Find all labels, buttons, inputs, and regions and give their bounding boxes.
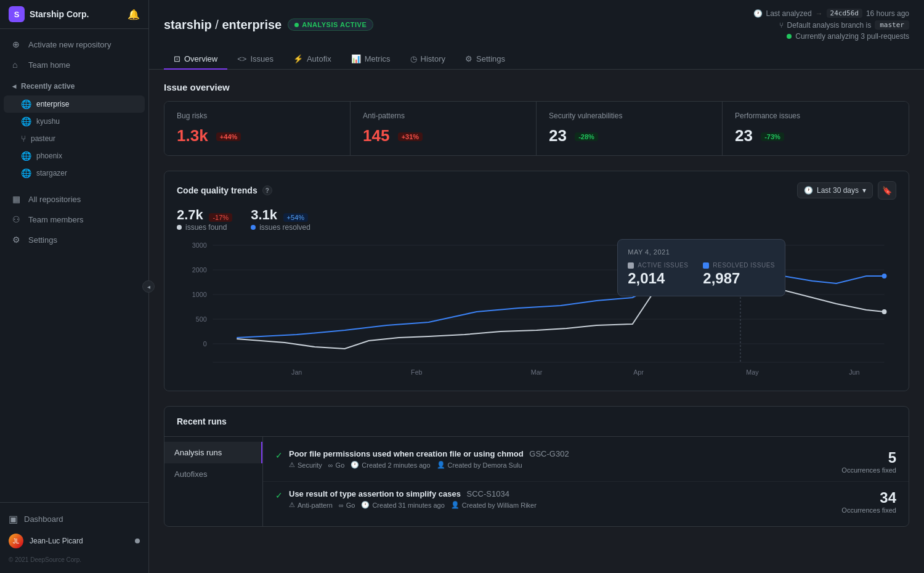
repo-title-row: starship / enterprise ANALYSIS ACTIVE 🕐 …	[164, 9, 909, 41]
trend-chart: 3000 2000 1000 500 0 Jan Feb Mar Apr May…	[177, 239, 896, 381]
tab-label: Autofix	[307, 54, 331, 63]
tab-autofix[interactable]: ⚡ Autofix	[283, 49, 341, 70]
run-item: ✓ Poor file permissions used when creati…	[263, 442, 909, 482]
sidebar-item-label: Team home	[28, 60, 70, 70]
sidebar-item-settings[interactable]: ⚙ Settings	[4, 230, 145, 250]
active-issues-label: ACTIVE ISSUES	[638, 262, 688, 269]
org-logo[interactable]: S Starship Corp.	[9, 6, 89, 22]
repo-tabs: ⊡ Overview <> Issues ⚡ Autofix 📊 Metrics…	[164, 49, 909, 69]
tab-label: Overview	[184, 54, 217, 63]
trends-title-group: Code quality trends ?	[177, 185, 272, 195]
resolved-issues-value: 2,987	[703, 270, 775, 287]
run-info: Poor file permissions used when creation…	[289, 449, 569, 469]
chevron-down-icon: ▾	[862, 186, 866, 195]
help-icon[interactable]: ?	[262, 185, 272, 195]
sidebar-collapse-button[interactable]: ◂	[142, 280, 155, 293]
check-icon: ✓	[275, 450, 283, 460]
warning-icon: ⚠	[289, 461, 295, 469]
run-author: 👤 Created by William Riker	[451, 501, 537, 509]
issue-overview-title: Issue overview	[164, 70, 909, 101]
last-analyzed-label: Last analyzed	[766, 9, 812, 18]
last-analyzed-row: 🕐 Last analyzed → 24cd56d 16 hours ago	[753, 9, 909, 18]
sidebar-repo-pasteur[interactable]: ⑂ pasteur	[4, 130, 145, 147]
sidebar-nav: ⊕ Activate new repository ⌂ Team home ◂ …	[0, 29, 148, 502]
person-icon: 👤	[451, 501, 460, 509]
run-title: Use result of type assertion to simplify…	[289, 489, 537, 498]
globe-icon: 🌐	[21, 151, 31, 161]
recently-active-label[interactable]: ◂ Recently active	[4, 77, 145, 96]
time-range-select[interactable]: 🕐 Last 30 days ▾	[797, 182, 873, 198]
stat-legend: issues found	[177, 223, 232, 232]
sidebar-repo-stargazer[interactable]: 🌐 stargazer	[4, 165, 145, 182]
sidebar-repo-phoenix[interactable]: 🌐 phoenix	[4, 147, 145, 165]
issues-found-stat: 2.7k -17% issues found	[177, 207, 232, 232]
commit-hash: 24cd56d	[827, 9, 862, 18]
count-value: 5	[841, 449, 896, 466]
main-content: starship / enterprise ANALYSIS ACTIVE 🕐 …	[149, 0, 924, 573]
run-language: ∞ Go	[339, 502, 355, 509]
user-profile-item[interactable]: JL Jean-Luc Picard	[0, 529, 148, 553]
dashboard-item[interactable]: ▣ Dashboard	[0, 509, 148, 529]
run-type-autofixes[interactable]: Autofixes	[164, 463, 262, 485]
settings-icon: ⚙	[12, 235, 22, 245]
stat-value: 2.7k	[177, 207, 203, 222]
run-meta: ⚠ Anti-pattern ∞ Go 🕐 C	[289, 501, 537, 509]
tab-metrics[interactable]: 📊 Metrics	[341, 49, 400, 70]
sidebar-repo-kyushu[interactable]: 🌐 kyushu	[4, 113, 145, 130]
activate-icon: ⊕	[12, 39, 22, 49]
clock-icon: 🕐	[753, 9, 763, 18]
sidebar-item-all-repos[interactable]: ▦ All repositories	[4, 189, 145, 209]
run-author: 👤 Created by Demora Sulu	[437, 461, 522, 469]
sidebar-item-team-home[interactable]: ⌂ Team home	[4, 55, 145, 75]
run-type-analysis[interactable]: Analysis runs	[164, 442, 262, 463]
analyzing-label: Currently analyzing 3 pull-requests	[795, 32, 909, 41]
bookmark-button[interactable]: 🔖	[878, 181, 896, 200]
stat-badge: -17%	[209, 213, 232, 222]
run-category: ⚠ Security	[289, 461, 322, 469]
tab-issues[interactable]: <> Issues	[227, 49, 283, 70]
svg-point-20	[882, 274, 887, 278]
dashboard-icon: ▣	[9, 513, 18, 525]
branch-name[interactable]: master	[875, 20, 909, 30]
branch-icon: ⑂	[779, 21, 784, 30]
run-id: GSC-G302	[529, 449, 569, 458]
run-id: SCC-S1034	[467, 489, 509, 498]
sidebar-item-team-members[interactable]: ⚇ Team members	[4, 209, 145, 229]
sidebar: S Starship Corp. 🔔 ⊕ Activate new reposi…	[0, 0, 149, 573]
trends-stats: 2.7k -17% issues found 3.1k +54%	[177, 207, 896, 232]
globe-icon: 🌐	[21, 116, 31, 126]
runs-type-sidebar: Analysis runs Autofixes	[164, 437, 263, 526]
legend-label: issues found	[185, 223, 227, 232]
tab-label: History	[421, 54, 445, 63]
repo-name: stargazer	[36, 169, 67, 177]
time-range-label: Last 30 days	[817, 186, 859, 195]
issue-card-security: Security vulnerabilities 23 -28%	[537, 102, 723, 155]
sidebar-item-label: Team members	[28, 215, 84, 224]
tab-settings[interactable]: ⚙ Settings	[455, 49, 515, 70]
sidebar-item-activate[interactable]: ⊕ Activate new repository	[4, 35, 145, 54]
check-icon: ✓	[275, 490, 283, 500]
sidebar-item-label: Settings	[28, 235, 57, 245]
fork-icon: ⑂	[21, 134, 26, 144]
repo-name: kyushu	[36, 117, 60, 126]
autofix-icon: ⚡	[293, 54, 303, 63]
header-meta: 🕐 Last analyzed → 24cd56d 16 hours ago ⑂…	[753, 9, 909, 41]
count-label: Occurrences fixed	[841, 466, 896, 474]
card-value: 23 -28%	[549, 126, 710, 145]
runs-list: ✓ Poor file permissions used when creati…	[263, 437, 909, 526]
team-home-icon: ⌂	[12, 60, 22, 70]
tab-history[interactable]: ◷ History	[400, 49, 455, 70]
analysis-status-dot	[294, 23, 299, 27]
sidebar-header: S Starship Corp. 🔔	[0, 0, 148, 29]
user-avatar: JL	[9, 534, 23, 548]
tab-overview[interactable]: ⊡ Overview	[164, 49, 227, 70]
notification-icon[interactable]: 🔔	[128, 9, 140, 20]
user-name: Jean-Luc Picard	[30, 537, 83, 545]
run-title: Poor file permissions used when creation…	[289, 449, 569, 458]
resolved-issues-color	[703, 262, 709, 269]
trends-header: Code quality trends ? 🕐 Last 30 days ▾ 🔖	[177, 181, 896, 200]
svg-text:Jan: Jan	[291, 368, 302, 376]
sidebar-repo-enterprise[interactable]: 🌐 enterprise	[4, 96, 145, 113]
recent-runs-section: Recent runs Analysis runs Autofixes ✓	[164, 406, 909, 527]
grid-icon: ▦	[12, 194, 22, 204]
